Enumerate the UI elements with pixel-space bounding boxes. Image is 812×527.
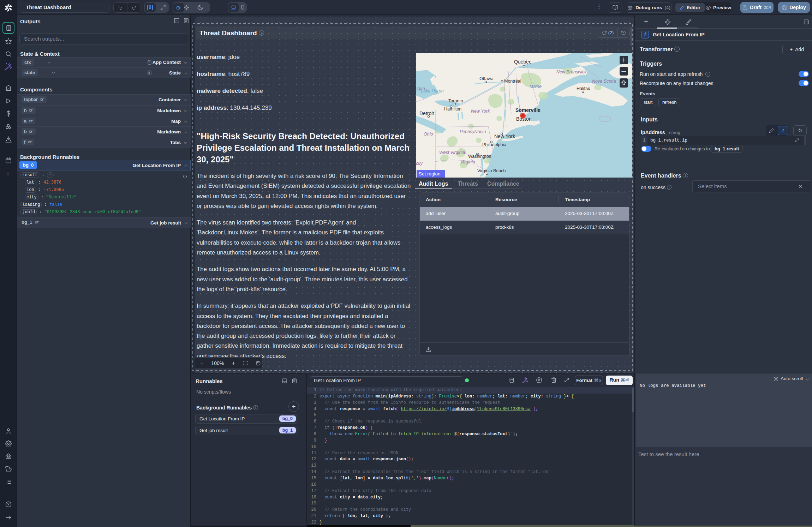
svg-text:West Virginia: West Virginia <box>439 150 465 155</box>
svg-text:Set region: Set region <box>419 171 441 176</box>
svg-text:Maine: Maine <box>530 84 542 89</box>
svg-text:Hamilton: Hamilton <box>444 107 461 112</box>
svg-text:Nova Scotia: Nova Scotia <box>592 79 616 84</box>
svg-text:Montréal: Montréal <box>504 79 521 84</box>
svg-text:cky: cky <box>416 161 423 166</box>
svg-text:Toronto: Toronto <box>448 98 463 103</box>
svg-text:Virginia Beach: Virginia Beach <box>477 168 506 173</box>
svg-text:Detroit: Detroit <box>419 110 434 116</box>
svg-text:New York: New York <box>494 133 515 139</box>
svg-text:New York: New York <box>471 109 490 114</box>
svg-text:Halifax: Halifax <box>577 86 590 91</box>
svg-text:Ottawa: Ottawa <box>479 76 494 81</box>
svg-text:Pennsylvania: Pennsylvania <box>460 129 486 134</box>
svg-text:Virginia: Virginia <box>460 160 475 164</box>
svg-text:Québec: Québec <box>514 59 531 65</box>
svg-text:Washington: Washington <box>468 154 491 159</box>
svg-text:Philadelphia: Philadelphia <box>482 142 506 147</box>
svg-text:New Brunswick: New Brunswick <box>556 70 587 74</box>
svg-text:Somerville: Somerville <box>515 107 541 113</box>
svg-text:Lake Huron: Lake Huron <box>421 89 444 94</box>
svg-text:Ohio: Ohio <box>424 132 433 137</box>
